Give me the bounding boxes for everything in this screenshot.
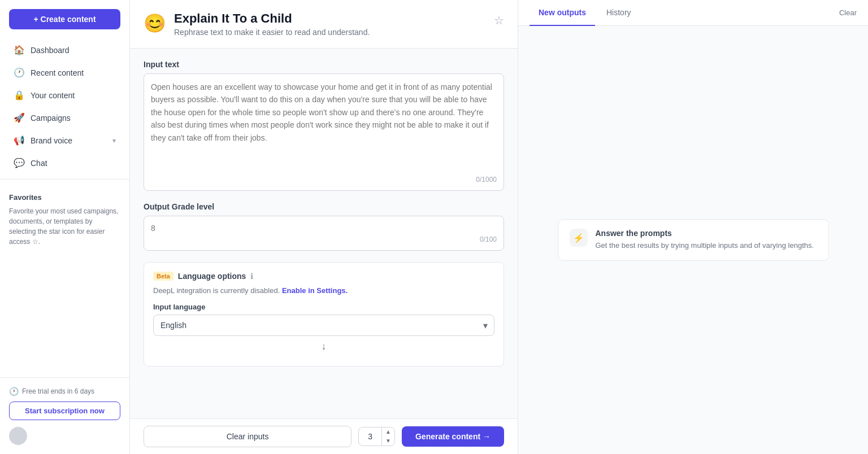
trial-text: 🕐 Free trial ends in 6 days [9, 387, 120, 396]
lang-options-title: Language options [178, 272, 246, 281]
beta-badge: Beta [153, 272, 173, 281]
count-stepper: 3 ▲ ▼ [358, 427, 395, 446]
tab-new-outputs[interactable]: New outputs [530, 0, 595, 26]
right-panel: New outputs History Clear ⚡ Answer the p… [518, 0, 868, 454]
tool-title: Explain It To a Child [174, 11, 494, 26]
bottom-bar: Clear inputs 3 ▲ ▼ Generate content → [130, 418, 518, 454]
chevron-down-icon: ▾ [112, 137, 116, 145]
megaphone-icon: 📢 [14, 135, 25, 146]
sidebar: + Create content 🏠 Dashboard 🕐 Recent co… [0, 0, 130, 454]
trial-label: Free trial ends in 6 days [22, 387, 94, 395]
sidebar-item-chat[interactable]: 💬 Chat [5, 152, 125, 174]
subscribe-button[interactable]: Start subscription now [9, 401, 120, 420]
output-grade-char-count: 0/100 [151, 233, 497, 243]
input-text-textarea[interactable] [151, 81, 497, 171]
bolt-icon: ⚡ [570, 229, 588, 247]
info-icon[interactable]: ℹ [250, 272, 253, 281]
sidebar-item-dashboard[interactable]: 🏠 Dashboard [5, 39, 125, 61]
prompt-card-subtitle: Get the best results by trying multiple … [596, 240, 814, 251]
sidebar-item-label: Dashboard [31, 46, 70, 55]
rocket-icon: 🚀 [14, 112, 25, 123]
input-language-label: Input language [153, 303, 494, 311]
language-options-card: Beta Language options ℹ DeepL integratio… [144, 262, 504, 366]
stepper-controls: ▲ ▼ [381, 427, 394, 446]
sidebar-divider [0, 179, 129, 180]
deepl-notice: DeepL integration is currently disabled.… [153, 286, 494, 295]
tool-subtitle: Rephrase text to make it easier to read … [174, 28, 494, 37]
language-options-section: Beta Language options ℹ DeepL integratio… [144, 262, 504, 366]
clear-outputs-button[interactable]: Clear [839, 1, 857, 25]
favorites-title: Favorites [9, 193, 120, 202]
right-panel-body: ⚡ Answer the prompts Get the best result… [518, 26, 868, 454]
input-textarea-wrapper: 0/1000 [144, 73, 504, 191]
sidebar-item-label: Brand voice [31, 136, 72, 145]
main-content: 😊 Explain It To a Child Rephrase text to… [130, 0, 518, 454]
prompt-card: ⚡ Answer the prompts Get the best result… [558, 219, 829, 261]
sidebar-item-label: Recent content [31, 68, 84, 77]
sidebar-nav: 🏠 Dashboard 🕐 Recent content 🔒 Your cont… [0, 38, 129, 174]
tab-history[interactable]: History [597, 0, 640, 26]
enable-settings-link[interactable]: Enable in Settings. [282, 286, 348, 295]
language-select-wrapper: English Spanish French German Italian Po… [153, 315, 494, 336]
input-text-label: Input text [144, 60, 504, 69]
clock-icon: 🕐 [14, 67, 25, 78]
clear-inputs-button[interactable]: Clear inputs [144, 426, 351, 447]
sidebar-item-your-content[interactable]: 🔒 Your content [5, 84, 125, 106]
tool-emoji: 😊 [144, 12, 166, 34]
favorites-description: Favorite your most used campaigns, docum… [9, 206, 120, 247]
sidebar-item-brand-voice[interactable]: 📢 Brand voice ▾ [5, 129, 125, 151]
clock-icon: 🕐 [9, 387, 19, 396]
right-panel-header: New outputs History Clear [518, 0, 868, 26]
sidebar-top: + Create content [0, 0, 129, 38]
avatar [9, 427, 27, 445]
stepper-up-button[interactable]: ▲ [382, 427, 394, 436]
sidebar-item-recent[interactable]: 🕐 Recent content [5, 62, 125, 84]
dashboard-icon: 🏠 [14, 45, 25, 55]
lang-options-header: Beta Language options ℹ [153, 272, 494, 281]
output-grade-section: Output Grade level 0/100 [144, 202, 504, 251]
sidebar-item-label: Chat [31, 159, 47, 168]
sidebar-item-campaigns[interactable]: 🚀 Campaigns [5, 107, 125, 129]
arrow-down-icon: ↓ [153, 336, 494, 357]
count-value: 3 [359, 427, 381, 446]
prompt-card-title: Answer the prompts [596, 229, 814, 238]
lock-icon: 🔒 [14, 90, 25, 101]
tool-header: 😊 Explain It To a Child Rephrase text to… [130, 0, 518, 49]
input-language-select[interactable]: English Spanish French German Italian Po… [153, 315, 494, 336]
sidebar-item-label: Your content [31, 91, 75, 100]
user-row [9, 427, 120, 445]
favorite-star-button[interactable]: ☆ [494, 14, 504, 27]
output-grade-input[interactable] [151, 224, 497, 233]
input-text-section: Input text 0/1000 [144, 60, 504, 191]
generate-content-button[interactable]: Generate content → [402, 426, 504, 447]
tool-title-group: Explain It To a Child Rephrase text to m… [174, 11, 494, 37]
favorites-section: Favorites Favorite your most used campai… [0, 184, 129, 377]
create-content-button[interactable]: + Create content [9, 9, 120, 29]
output-grade-wrapper: 0/100 [144, 216, 504, 251]
input-char-count: 0/1000 [151, 173, 497, 184]
sidebar-item-label: Campaigns [31, 114, 71, 123]
stepper-down-button[interactable]: ▼ [382, 436, 394, 446]
tool-body: Input text 0/1000 Output Grade level 0/1… [130, 49, 518, 418]
prompt-card-text: Answer the prompts Get the best results … [596, 229, 814, 251]
chat-icon: 💬 [14, 158, 25, 168]
sidebar-bottom: 🕐 Free trial ends in 6 days Start subscr… [0, 377, 129, 454]
output-grade-label: Output Grade level [144, 202, 504, 211]
